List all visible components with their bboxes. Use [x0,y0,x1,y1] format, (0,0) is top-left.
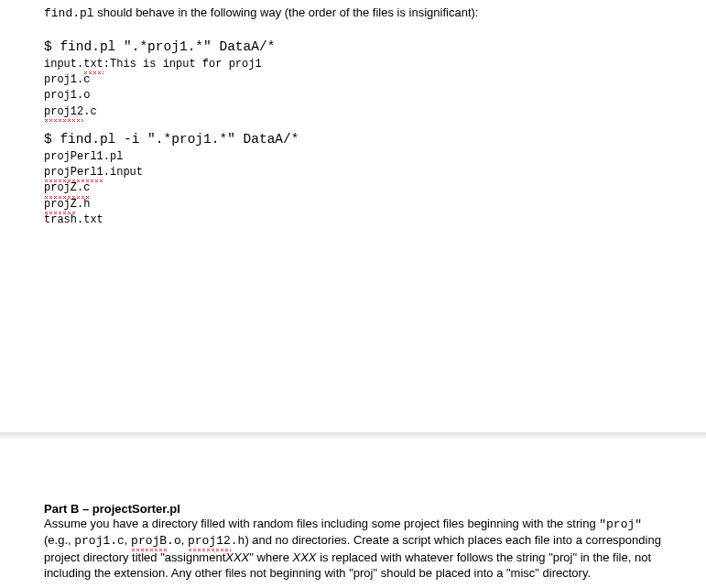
part-b-body: Assume you have a directory filled with … [44,516,662,582]
example-2-output: projPerl1.pl projPerl1.input projZ.c pro… [44,149,662,229]
part-b-heading: Part B – projectSorter.pl [44,502,662,516]
intro-text: should behave in the following way (the … [94,5,479,19]
intro-code: find.pl [44,6,94,20]
intro-paragraph: find.pl should behave in the following w… [44,5,662,20]
page-separator [0,432,706,451]
example-1-command: $ find.pl ".*proj1.*" DataA/* [44,38,662,57]
example-2: $ find.pl -i ".*proj1.*" DataA/* projPer… [44,131,662,229]
example-1: $ find.pl ".*proj1.*" DataA/* input.txt:… [44,38,662,120]
example-1-output: input.txt:This is input for proj1 proj1.… [44,57,662,121]
example-2-command: $ find.pl -i ".*proj1.*" DataA/* [44,131,662,149]
